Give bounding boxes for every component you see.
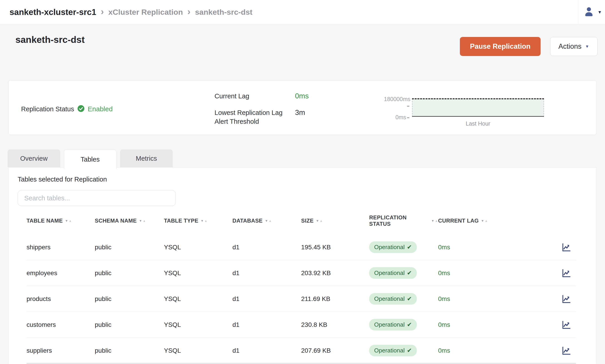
actions-dropdown-button[interactable]: Actions ▼ <box>550 37 598 56</box>
page-title: sanketh-src-dst <box>15 34 85 45</box>
tab-metrics[interactable]: Metrics <box>120 150 172 167</box>
actions-button-label: Actions <box>559 42 582 51</box>
lag-chart: 180000ms 0ms Last Hour <box>384 95 547 132</box>
column-header-schema-name[interactable]: SCHEMA NAME▼▲ <box>95 218 164 224</box>
cell-schema-name: public <box>95 295 164 303</box>
pause-replication-button[interactable]: Pause Replication <box>460 37 540 56</box>
current-lag-value: 0ms <box>295 92 309 101</box>
cell-size: 195.45 KB <box>301 244 369 251</box>
check-icon: ✔ <box>407 347 412 354</box>
lag-metrics: Current Lag 0ms Lowest Replication Lag A… <box>214 92 309 126</box>
cell-table-type: YSQL <box>164 347 232 354</box>
status-badge: Operational✔ <box>369 267 417 279</box>
cell-schema-name: public <box>95 321 164 328</box>
table-bottom-divider <box>26 363 576 364</box>
sort-icon: ▼▲ <box>265 219 272 222</box>
table-row: products public YSQL d1 211.69 KB Operat… <box>26 286 576 312</box>
cell-database: d1 <box>232 270 301 277</box>
column-header-size[interactable]: SIZE▼▲ <box>301 218 369 224</box>
status-badge: Operational✔ <box>369 293 417 305</box>
table-header-row: TABLE NAME▼▲ SCHEMA NAME▼▲ TABLE TYPE▼▲ … <box>26 214 576 228</box>
cell-current-lag: 0ms <box>438 244 562 251</box>
cell-table-type: YSQL <box>164 244 232 251</box>
breadcrumb-section-link[interactable]: xCluster Replication <box>108 8 183 16</box>
cell-table-type: YSQL <box>164 295 232 303</box>
cell-size: 211.69 KB <box>301 295 369 303</box>
chevron-right-icon: › <box>101 7 104 17</box>
user-menu[interactable]: ▼ <box>583 0 602 24</box>
cell-database: d1 <box>232 244 301 251</box>
page-actions: Pause Replication Actions ▼ <box>460 37 597 56</box>
cell-size: 203.92 KB <box>301 270 369 277</box>
lag-threshold-value: 3m <box>295 108 309 126</box>
tab-bar: Overview Tables Metrics <box>8 150 172 169</box>
check-circle-icon <box>77 105 85 113</box>
status-badge: Operational✔ <box>369 241 417 253</box>
cell-table-name: employees <box>26 270 95 277</box>
column-header-table-name[interactable]: TABLE NAME▼▲ <box>26 218 95 224</box>
lag-chart-ymin-label: 0ms <box>384 114 409 121</box>
replication-status-card: Replication Status Enabled Current Lag 0… <box>8 80 597 135</box>
column-header-current-lag[interactable]: CURRENT LAG▼▲ <box>438 218 562 224</box>
lag-chart-x-label: Last Hour <box>412 120 544 127</box>
table-row: employees public YSQL d1 203.92 KB Opera… <box>26 260 576 286</box>
table-row: customers public YSQL d1 230.8 KB Operat… <box>26 312 576 338</box>
cell-schema-name: public <box>95 270 164 277</box>
breadcrumb-universe-link[interactable]: sanketh-xcluster-src1 <box>10 7 96 17</box>
lag-graph-icon[interactable] <box>562 268 571 278</box>
sort-icon: ▼▲ <box>65 219 72 222</box>
cell-table-name: products <box>26 295 95 303</box>
chevron-down-icon: ▼ <box>597 10 602 15</box>
cell-current-lag: 0ms <box>438 321 562 328</box>
search-tables-input[interactable] <box>18 190 176 206</box>
cell-schema-name: public <box>95 347 164 354</box>
lag-graph-icon[interactable] <box>562 346 571 356</box>
lag-graph-icon[interactable] <box>562 320 571 330</box>
check-icon: ✔ <box>407 295 412 302</box>
replication-status-label: Replication Status <box>21 105 74 113</box>
breadcrumb: sanketh-xcluster-src1 › xCluster Replica… <box>10 0 252 24</box>
check-icon: ✔ <box>407 270 412 276</box>
lag-chart-plot-area <box>412 99 544 117</box>
replication-status-value: Enabled <box>88 105 113 113</box>
cell-database: d1 <box>232 347 301 354</box>
cell-table-name: shippers <box>26 244 95 251</box>
cell-schema-name: public <box>95 244 164 251</box>
cell-current-lag: 0ms <box>438 347 562 354</box>
lag-graph-icon[interactable] <box>562 294 571 304</box>
lag-chart-ymax-label: 180000ms <box>384 96 409 109</box>
tables-panel: Tables selected for Replication TABLE NA… <box>8 167 597 364</box>
lag-graph-icon[interactable] <box>562 242 571 252</box>
sort-icon: ▼▲ <box>431 219 438 222</box>
sort-icon: ▼▲ <box>316 219 323 222</box>
table-row: shippers public YSQL d1 195.45 KB Operat… <box>26 234 576 260</box>
column-header-replication-status[interactable]: REPLICATION STATUS▼▲ <box>369 214 438 227</box>
xcluster-replication-page: sanketh-xcluster-src1 › xCluster Replica… <box>0 0 605 364</box>
topbar-divider <box>578 0 579 24</box>
cell-table-name: customers <box>26 321 95 328</box>
replication-status: Replication Status Enabled <box>21 105 113 113</box>
breadcrumb-current: sanketh-src-dst <box>195 8 252 16</box>
cell-size: 230.8 KB <box>301 321 369 328</box>
cell-table-type: YSQL <box>164 321 232 328</box>
tab-tables[interactable]: Tables <box>64 150 116 169</box>
check-icon: ✔ <box>407 244 412 251</box>
cell-current-lag: 0ms <box>438 295 562 303</box>
chevron-right-icon: › <box>187 7 190 17</box>
sort-icon: ▼▲ <box>201 219 208 222</box>
status-badge: Operational✔ <box>369 345 417 356</box>
topbar: sanketh-xcluster-src1 › xCluster Replica… <box>0 0 605 24</box>
cell-current-lag: 0ms <box>438 270 562 277</box>
sort-icon: ▼▲ <box>481 219 488 222</box>
cell-table-name: suppliers <box>26 347 95 354</box>
current-lag-label: Current Lag <box>214 92 295 101</box>
user-avatar-icon <box>583 6 594 18</box>
chevron-down-icon: ▼ <box>585 44 589 49</box>
tab-overview[interactable]: Overview <box>8 150 60 167</box>
column-header-database[interactable]: DATABASE▼▲ <box>232 218 301 224</box>
cell-database: d1 <box>232 321 301 328</box>
sort-icon: ▼▲ <box>139 219 146 222</box>
cell-database: d1 <box>232 295 301 303</box>
column-header-table-type[interactable]: TABLE TYPE▼▲ <box>164 218 232 224</box>
table-row: suppliers public YSQL d1 207.69 KB Opera… <box>26 338 576 364</box>
